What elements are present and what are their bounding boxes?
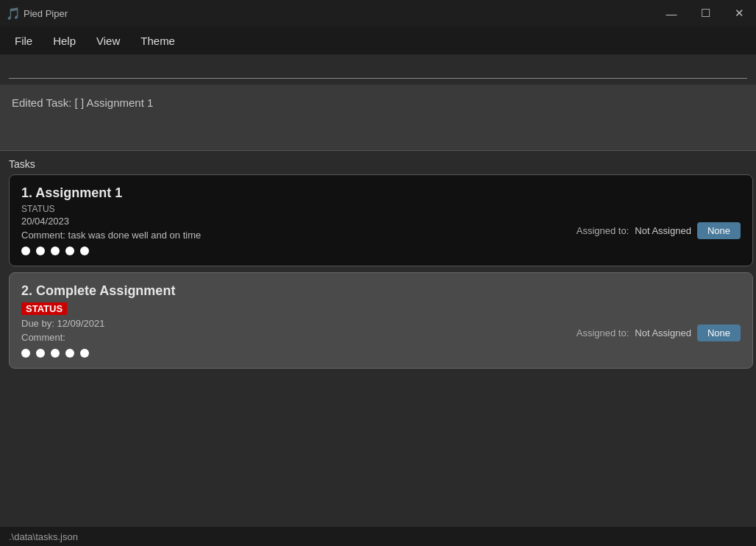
dot-3 xyxy=(51,247,60,255)
task-1-assigned-value: Not Assigned xyxy=(635,225,691,236)
task-2-title: 2. Complete Assignment xyxy=(21,283,741,299)
task-1-title: 1. Assignment 1 xyxy=(21,185,741,201)
task-1-none-button[interactable]: None xyxy=(697,222,741,239)
task-2-status: STATUS xyxy=(21,302,67,315)
menu-file[interactable]: File xyxy=(6,32,41,50)
edited-task-area: Edited Task: [ ] Assignment 1 xyxy=(0,85,756,151)
minimize-button[interactable]: — xyxy=(655,0,688,26)
menu-help[interactable]: Help xyxy=(44,32,85,50)
dot-2 xyxy=(36,247,45,255)
close-button[interactable]: ✕ xyxy=(722,0,756,26)
task-2-status-container: STATUS xyxy=(21,302,741,318)
task-2-assigned-label: Assigned to: xyxy=(577,327,630,338)
title-bar: 🎵 Pied Piper — ☐ ✕ xyxy=(0,0,756,26)
task-2-none-button[interactable]: None xyxy=(697,325,741,341)
status-bar: .\data\tasks.json xyxy=(0,527,756,546)
task-2-dots xyxy=(21,349,741,358)
task-card-1[interactable]: 1. Assignment 1 STATUS 20/04/2023 Commen… xyxy=(9,174,753,266)
task-1-dots xyxy=(21,247,741,255)
title-bar-controls: — ☐ ✕ xyxy=(655,0,756,26)
task-1-status: STATUS xyxy=(21,204,741,214)
search-input[interactable] xyxy=(9,60,747,79)
task-2-assigned-value: Not Assigned xyxy=(635,327,691,338)
task-card-2[interactable]: 2. Complete Assignment STATUS Due by: 12… xyxy=(9,272,753,369)
dot-10 xyxy=(80,349,89,358)
title-bar-left: 🎵 Pied Piper xyxy=(6,7,68,20)
task-1-assigned-label: Assigned to: xyxy=(577,225,630,236)
maximize-button[interactable]: ☐ xyxy=(688,0,722,26)
menu-bar: File Help View Theme xyxy=(0,26,756,54)
menu-theme[interactable]: Theme xyxy=(132,32,184,50)
app-icon: 🎵 xyxy=(6,7,19,20)
dot-7 xyxy=(36,349,45,358)
dot-1 xyxy=(21,247,30,255)
dot-5 xyxy=(80,247,89,255)
dot-6 xyxy=(21,349,30,358)
menu-view[interactable]: View xyxy=(88,32,129,50)
tasks-label: Tasks xyxy=(0,151,756,174)
edited-task-text: Edited Task: [ ] Assignment 1 xyxy=(12,96,153,109)
status-text: .\data\tasks.json xyxy=(9,531,78,542)
tasks-section: Tasks 1. Assignment 1 STATUS 20/04/2023 … xyxy=(0,151,756,527)
app-title: Pied Piper xyxy=(24,8,68,19)
dot-4 xyxy=(65,247,74,255)
task-2-assigned: Assigned to: Not Assigned None xyxy=(577,325,741,341)
task-1-assigned: Assigned to: Not Assigned None xyxy=(577,222,741,239)
tasks-scroll-wrapper: 1. Assignment 1 STATUS 20/04/2023 Commen… xyxy=(0,174,756,527)
dot-9 xyxy=(65,349,74,358)
dot-8 xyxy=(51,349,60,358)
search-area xyxy=(0,54,756,85)
tasks-list: 1. Assignment 1 STATUS 20/04/2023 Commen… xyxy=(0,174,756,527)
